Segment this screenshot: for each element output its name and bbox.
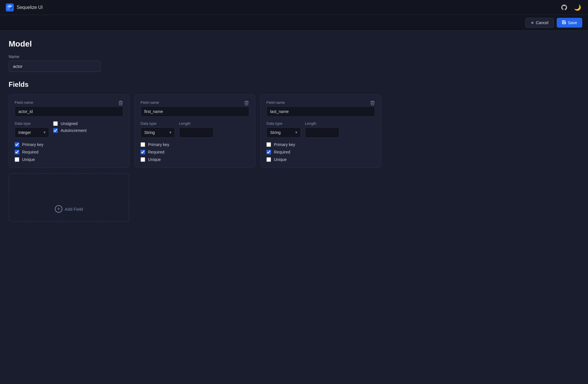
unsigned-label-1: Unsigned (61, 121, 78, 126)
github-button[interactable] (560, 3, 569, 12)
toolbar: ✕ Cancel Save (0, 15, 588, 31)
data-type-select-1[interactable]: Integer String Boolean Float Date Text (15, 127, 49, 138)
unique-checkbox-2[interactable]: Unique (141, 157, 249, 162)
required-label-2: Required (148, 150, 164, 154)
field-type-row-1: Data type Integer String Boolean Float D… (15, 121, 123, 138)
data-type-col-2: Data type Integer String Boolean Float D… (141, 121, 175, 138)
length-input-2[interactable] (179, 127, 214, 138)
field-card-1: Field name Data type Integer String Bool… (9, 94, 129, 168)
field-card-2: Field name Data type Integer String Bool… (134, 94, 255, 168)
add-field-label: Add Field (65, 207, 83, 212)
add-field-card[interactable]: + Add Field (9, 173, 129, 222)
data-type-col-3: Data type Integer String Boolean Float D… (266, 121, 301, 138)
data-type-select-wrapper-1: Integer String Boolean Float Date Text ▼ (15, 127, 49, 138)
primary-key-input-3[interactable] (266, 142, 271, 147)
checkbox-group-2: Primary key Required Unique (141, 142, 249, 162)
data-type-label-3: Data type (266, 121, 301, 126)
field-card-3: Field name Data type Integer String Bool… (260, 94, 381, 168)
model-name-group: Name (9, 54, 394, 72)
github-icon (561, 4, 568, 11)
app-title: Sequelize UI (17, 5, 43, 10)
add-circle-icon: + (55, 205, 62, 213)
trash-icon-3 (370, 100, 375, 105)
delete-field-1-button[interactable] (117, 99, 124, 107)
trash-icon (118, 100, 123, 105)
length-col-3: Length (305, 121, 339, 138)
field-type-row-3: Data type Integer String Boolean Float D… (266, 121, 375, 138)
primary-key-input-2[interactable] (141, 142, 145, 147)
unsigned-input-1[interactable] (53, 121, 58, 126)
field-name-label-2: Field name (141, 100, 249, 105)
delete-field-2-button[interactable] (243, 99, 250, 107)
save-icon (562, 20, 566, 25)
length-label-3: Length (305, 121, 339, 126)
autoincrement-checkbox-1[interactable]: Autoincrement (53, 128, 87, 133)
unique-label-2: Unique (148, 157, 161, 162)
required-checkbox-1[interactable]: Required (15, 150, 123, 154)
required-input-1[interactable] (15, 150, 19, 154)
length-label-2: Length (179, 121, 214, 126)
primary-key-label-3: Primary key (274, 142, 295, 147)
required-input-3[interactable] (266, 150, 271, 154)
save-button[interactable]: Save (557, 18, 582, 28)
model-section-title: Model (9, 39, 394, 49)
data-type-col-1: Data type Integer String Boolean Float D… (15, 121, 49, 138)
length-col-2: Length (179, 121, 214, 138)
data-type-select-wrapper-3: Integer String Boolean Float Date Text ▼ (266, 127, 301, 138)
required-checkbox-2[interactable]: Required (141, 150, 249, 154)
fields-grid: Field name Data type Integer String Bool… (9, 94, 394, 222)
unique-checkbox-3[interactable]: Unique (266, 157, 375, 162)
cancel-label: Cancel (536, 20, 548, 25)
moon-icon: 🌙 (574, 4, 581, 11)
data-type-select-wrapper-2: Integer String Boolean Float Date Text ▼ (141, 127, 175, 138)
unique-label-3: Unique (274, 157, 287, 162)
data-type-label-1: Data type (15, 121, 49, 126)
field-name-label-1: Field name (15, 100, 123, 105)
primary-key-checkbox-2[interactable]: Primary key (141, 142, 249, 147)
data-type-label-2: Data type (141, 121, 175, 126)
modifiers-col-1: Unsigned Autoincrement (53, 121, 87, 133)
delete-field-3-button[interactable] (369, 99, 376, 107)
unique-input-3[interactable] (266, 157, 271, 162)
cancel-x-icon: ✕ (531, 21, 534, 25)
primary-key-checkbox-3[interactable]: Primary key (266, 142, 375, 147)
required-checkbox-3[interactable]: Required (266, 150, 375, 154)
data-type-select-3[interactable]: Integer String Boolean Float Date Text (266, 127, 301, 138)
add-field-button[interactable]: + Add Field (55, 205, 83, 213)
required-label-3: Required (274, 150, 290, 154)
app-icon (6, 3, 14, 11)
unique-input-1[interactable] (15, 157, 19, 162)
field-type-row-2: Data type Integer String Boolean Float D… (141, 121, 249, 138)
checkbox-group-1: Primary key Required Unique (15, 142, 123, 162)
length-input-3[interactable] (305, 127, 339, 138)
field-name-input-3[interactable] (266, 106, 375, 117)
trash-icon-2 (244, 100, 249, 105)
save-label: Save (568, 20, 577, 25)
fields-section-title: Fields (9, 80, 394, 89)
model-name-input[interactable] (9, 61, 101, 72)
theme-toggle-button[interactable]: 🌙 (573, 3, 582, 12)
field-name-input-1[interactable] (15, 106, 123, 117)
checkbox-group-3: Primary key Required Unique (266, 142, 375, 162)
primary-key-label-2: Primary key (148, 142, 169, 147)
required-input-2[interactable] (141, 150, 145, 154)
titlebar-right: 🌙 (560, 3, 582, 12)
model-name-label: Name (9, 54, 394, 59)
primary-key-label-1: Primary key (22, 142, 43, 147)
cancel-button[interactable]: ✕ Cancel (525, 18, 554, 28)
autoincrement-label-1: Autoincrement (61, 128, 87, 133)
titlebar-left: Sequelize UI (6, 3, 43, 11)
unsigned-checkbox-1[interactable]: Unsigned (53, 121, 87, 126)
field-name-input-2[interactable] (141, 106, 249, 117)
autoincrement-input-1[interactable] (53, 128, 58, 133)
titlebar: Sequelize UI 🌙 (0, 0, 588, 15)
unique-input-2[interactable] (141, 157, 145, 162)
primary-key-input-1[interactable] (15, 142, 19, 147)
primary-key-checkbox-1[interactable]: Primary key (15, 142, 123, 147)
unique-label-1: Unique (22, 157, 35, 162)
main-content: Model Name Fields Field name Data type (0, 31, 402, 231)
field-name-label-3: Field name (266, 100, 375, 105)
unique-checkbox-1[interactable]: Unique (15, 157, 123, 162)
data-type-select-2[interactable]: Integer String Boolean Float Date Text (141, 127, 175, 138)
required-label-1: Required (22, 150, 39, 154)
